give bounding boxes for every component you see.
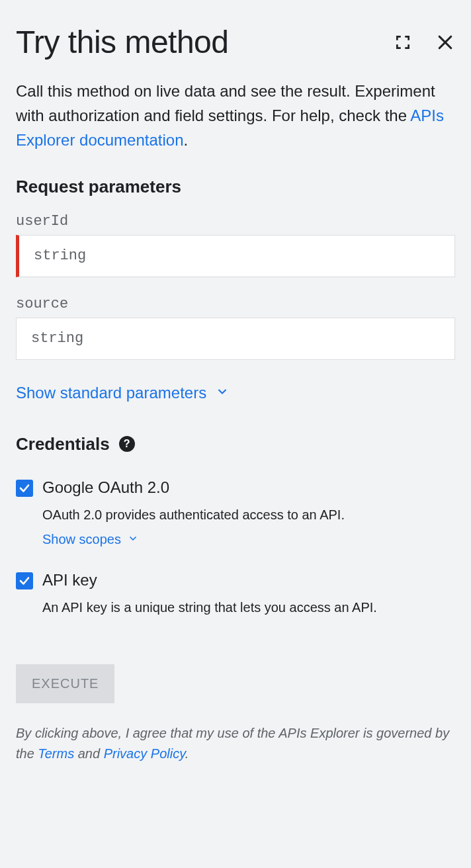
credential-oauth: Google OAuth 2.0 OAuth 2.0 provides auth… — [16, 478, 455, 547]
show-scopes-label: Show scopes — [42, 532, 121, 547]
credentials-heading: Credentials — [16, 434, 110, 455]
panel-header: Try this method — [16, 24, 455, 60]
param-label-source: source — [16, 296, 455, 312]
execute-button[interactable]: EXECUTE — [16, 664, 114, 703]
header-icon-group — [394, 32, 455, 52]
apikey-body: API key An API key is a unique string th… — [42, 571, 455, 625]
credential-apikey: API key An API key is a unique string th… — [16, 571, 455, 625]
show-standard-parameters-toggle[interactable]: Show standard parameters — [16, 384, 229, 402]
chevron-down-icon — [128, 532, 138, 547]
oauth-body: Google OAuth 2.0 OAuth 2.0 provides auth… — [42, 478, 455, 547]
param-field-source: source — [16, 296, 455, 360]
terms-link[interactable]: Terms — [38, 746, 74, 761]
page-title: Try this method — [16, 24, 229, 60]
oauth-label: Google OAuth 2.0 — [42, 478, 455, 497]
apikey-checkbox[interactable] — [16, 572, 33, 589]
source-input[interactable] — [16, 318, 455, 360]
privacy-link[interactable]: Privacy Policy — [104, 746, 185, 761]
description-text-after: . — [183, 131, 188, 149]
show-scopes-toggle[interactable]: Show scopes — [42, 532, 138, 547]
show-standard-label: Show standard parameters — [16, 384, 206, 402]
disclaimer-after: . — [185, 746, 189, 761]
apikey-description: An API key is a unique string that lets … — [42, 600, 455, 615]
description-text-before: Call this method on live data and see th… — [16, 82, 435, 124]
help-icon[interactable]: ? — [119, 436, 135, 452]
userid-input[interactable] — [16, 235, 455, 277]
param-label-userid: userId — [16, 213, 455, 230]
fullscreen-icon[interactable] — [394, 34, 411, 51]
param-field-userid: userId — [16, 213, 455, 277]
apikey-label: API key — [42, 571, 455, 589]
oauth-checkbox[interactable] — [16, 480, 33, 497]
oauth-description: OAuth 2.0 provides authenticated access … — [42, 507, 455, 523]
close-icon[interactable] — [435, 32, 455, 52]
chevron-down-icon — [216, 384, 229, 402]
panel-description: Call this method on live data and see th… — [16, 79, 455, 153]
request-parameters-heading: Request parameters — [16, 177, 455, 197]
disclaimer-text: By clicking above, I agree that my use o… — [16, 723, 455, 764]
disclaimer-between: and — [74, 746, 103, 761]
try-method-panel: Try this method Call this method on live… — [0, 0, 471, 780]
credentials-heading-row: Credentials ? — [16, 434, 455, 455]
